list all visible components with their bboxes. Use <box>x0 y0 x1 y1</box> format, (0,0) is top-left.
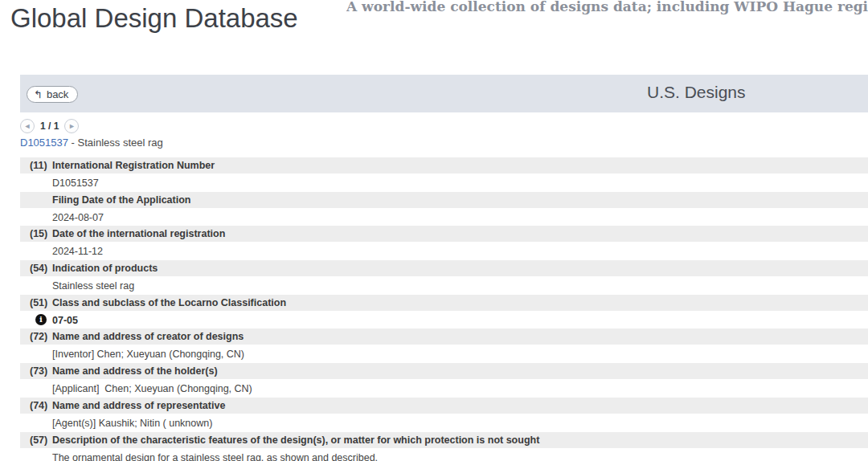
field-value: [Agent(s)] Kaushik; Nitin ( unknown) <box>52 418 212 429</box>
chevron-right-icon: ► <box>68 122 76 130</box>
field-value: 2024-08-07 <box>52 212 104 223</box>
field-value-row: Stainless steel rag <box>20 276 868 295</box>
field-value-row: D1051537 <box>20 173 868 192</box>
field-label: Description of the characteristic featur… <box>52 434 539 446</box>
field-row: (11) International Registration Number D… <box>0 157 868 192</box>
field-label: Name and address of representative <box>52 400 225 411</box>
field-value-row: [Agent(s)] Kaushik; Nitin ( unknown) <box>20 414 868 432</box>
field-code: (57) <box>30 434 47 446</box>
field-code: (51) <box>30 297 47 308</box>
field-header: (54) Indication of products <box>20 260 868 276</box>
field-header: (72) Name and address of creator of desi… <box>20 328 868 345</box>
field-code: (73) <box>30 365 47 377</box>
field-row: (73) Name and address of the holder(s) [… <box>0 363 868 398</box>
back-button[interactable]: ↰ back <box>27 86 78 103</box>
pagination-next-button[interactable]: ► <box>64 119 79 133</box>
field-value-row: [Inventor] Chen; Xueyuan (Chongqing, CN) <box>20 345 868 363</box>
page-tagline: A world-wide collection of designs data;… <box>346 0 868 14</box>
field-value: [Inventor] Chen; Xueyuan (Chongqing, CN) <box>52 349 244 360</box>
field-label: Name and address of creator of designs <box>52 331 244 342</box>
field-code: (11) <box>30 160 47 171</box>
chevron-left-icon: ◄ <box>24 122 31 130</box>
back-arrow-icon: ↰ <box>34 89 43 100</box>
field-header: (57) Description of the characteristic f… <box>20 432 868 448</box>
info-icon[interactable]: i <box>35 314 47 325</box>
pagination-prev-button[interactable]: ◄ <box>20 119 35 133</box>
field-code: (74) <box>30 400 47 411</box>
section-bar: ↰ back U.S. Designs <box>20 75 868 112</box>
field-code: (72) <box>30 331 47 342</box>
field-header: (15) Date of the international registrat… <box>20 226 868 242</box>
field-code: (15) <box>30 228 47 239</box>
field-header: (11) International Registration Number <box>20 157 868 173</box>
field-row: (72) Name and address of creator of desi… <box>0 328 868 363</box>
field-value: The ornamental design for a stainless st… <box>52 452 378 461</box>
record-separator: - <box>68 137 78 149</box>
pagination-label: 1 / 1 <box>40 120 59 132</box>
field-row: (74) Name and address of representative … <box>0 398 868 432</box>
field-label: Indication of products <box>52 263 158 274</box>
field-label: International Registration Number <box>52 160 215 171</box>
field-value: [Applicant] Chen; Xueyuan (Chongqing, CN… <box>52 383 252 394</box>
field-value: 07-05 <box>52 315 78 326</box>
field-code: (54) <box>30 263 47 274</box>
field-header: (51) Class and subclass of the Locarno C… <box>20 295 868 311</box>
field-label: Date of the international registration <box>52 228 225 239</box>
field-value-row: The ornamental design for a stainless st… <box>20 448 868 461</box>
record-list: (11) International Registration Number D… <box>0 157 868 461</box>
field-value-row: i 07-05 <box>20 311 868 329</box>
field-label: Name and address of the holder(s) <box>52 365 218 377</box>
field-row: (51) Class and subclass of the Locarno C… <box>0 295 868 329</box>
back-button-label: back <box>47 88 68 100</box>
pagination: ◄ 1 / 1 ► <box>20 118 79 133</box>
field-row: (57) Description of the characteristic f… <box>0 432 868 461</box>
field-value: Stainless steel rag <box>52 280 134 292</box>
field-row: Filing Date of the Application 2024-08-0… <box>0 192 868 226</box>
field-header: (73) Name and address of the holder(s) <box>20 363 868 379</box>
field-row: (54) Indication of products Stainless st… <box>0 260 868 295</box>
record-heading: D1051537 - Stainless steel rag <box>20 137 163 149</box>
field-value-row: 2024-11-12 <box>20 242 868 260</box>
section-title: U.S. Designs <box>647 83 746 102</box>
page-title: Global Design Database <box>10 3 298 34</box>
record-id-link[interactable]: D1051537 <box>20 137 68 149</box>
record-title-text: Stainless steel rag <box>78 137 163 149</box>
field-row: (15) Date of the international registrat… <box>0 226 868 260</box>
field-value: 2024-11-12 <box>52 246 103 257</box>
field-value-row: 2024-08-07 <box>20 208 868 226</box>
field-value-row: [Applicant] Chen; Xueyuan (Chongqing, CN… <box>20 379 868 398</box>
field-value: D1051537 <box>52 177 99 189</box>
page: Global Design Database A world-wide coll… <box>0 0 868 461</box>
field-label: Filing Date of the Application <box>52 194 190 206</box>
field-header: (74) Name and address of representative <box>20 398 868 414</box>
field-label: Class and subclass of the Locarno Classi… <box>52 297 286 308</box>
field-header: Filing Date of the Application <box>20 192 868 208</box>
